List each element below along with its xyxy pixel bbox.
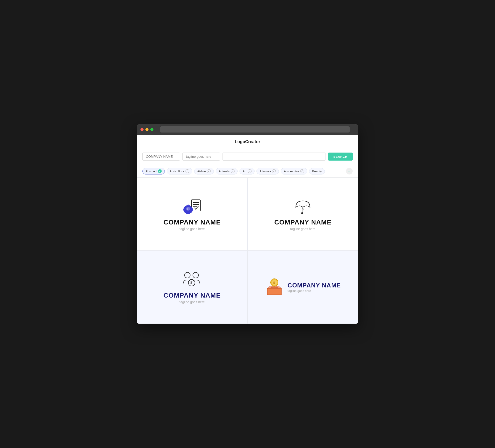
logo4-wrapper: $ COMPANY NAME tagline goes here (265, 278, 341, 297)
app-content: LogoCreator SEARCH Abstract ✓ Agricultur… (137, 135, 358, 324)
filter-label: Agriculture (170, 169, 184, 173)
svg-text:$: $ (302, 208, 303, 211)
filter-label: Art (243, 169, 247, 173)
logo-card-2[interactable]: $ COMPANY NAME tagline goes here (248, 178, 358, 251)
logo-icon-1: $ (181, 197, 203, 216)
svg-point-10 (193, 272, 198, 278)
filter-chip-airline[interactable]: Airline ✓ (194, 168, 214, 174)
check-icon-outline: ✓ (231, 169, 234, 173)
logo4-text: COMPANY NAME tagline goes here (288, 282, 341, 293)
svg-text:$: $ (187, 208, 188, 210)
logo-icon-2: $ (292, 197, 314, 216)
logo-card-3[interactable]: $ COMPANY NAME tagline goes here (137, 251, 248, 324)
filter-chip-agriculture[interactable]: Agriculture ✓ (167, 168, 192, 174)
filter-bar: Abstract ✓ Agriculture ✓ Airline ✓ Anima… (137, 165, 358, 178)
titlebar (137, 124, 358, 135)
logo-icon-3: $ (180, 270, 204, 289)
check-icon-outline: ✓ (207, 169, 211, 173)
logo-card-4[interactable]: $ COMPANY NAME tagline goes here (248, 251, 358, 324)
company-name-input[interactable] (142, 153, 180, 161)
filter-chip-art[interactable]: Art ✓ (239, 168, 255, 174)
svg-point-9 (185, 272, 190, 278)
company-name-3: COMPANY NAME (164, 292, 221, 299)
filter-chip-beauty[interactable]: Beauty (309, 168, 325, 174)
tagline-3: tagline goes here (179, 300, 205, 304)
search-button[interactable]: SEARCH (328, 153, 353, 161)
filter-chip-attorney[interactable]: Attorney ✓ (256, 168, 279, 174)
filter-label: Attorney (260, 169, 271, 173)
search-bar: SEARCH (137, 148, 358, 165)
logo-grid: $ COMPANY NAME tagline goes here $ COMPA… (137, 178, 358, 324)
check-icon-outline: ✓ (186, 169, 189, 173)
svg-text:$: $ (191, 281, 192, 285)
check-icon-outline: ✓ (248, 169, 251, 173)
filter-label: Animals (219, 169, 230, 173)
check-icon-outline: ✓ (272, 169, 276, 173)
check-icon-active: ✓ (158, 169, 162, 173)
filter-label: Automotive (284, 169, 299, 173)
tagline-1: tagline goes here (179, 227, 205, 231)
svg-text:$: $ (273, 281, 275, 284)
filter-chip-animals[interactable]: Animals ✓ (216, 168, 238, 174)
minimize-button[interactable] (145, 128, 149, 131)
tagline-2: tagline goes here (290, 227, 315, 231)
company-name-4: COMPANY NAME (288, 282, 341, 289)
check-icon-outline: ✓ (300, 169, 304, 173)
filter-chip-abstract[interactable]: Abstract ✓ (142, 168, 165, 174)
filter-label: Beauty (312, 169, 321, 173)
url-bar[interactable] (160, 126, 350, 133)
close-button[interactable] (140, 128, 144, 131)
company-name-1: COMPANY NAME (164, 219, 221, 226)
company-name-2: COMPANY NAME (274, 219, 332, 226)
logo-card-1[interactable]: $ COMPANY NAME tagline goes here (137, 178, 248, 251)
filter-label: Airline (197, 169, 206, 173)
keyword-input[interactable] (222, 153, 326, 161)
logo-icon-4: $ (265, 278, 284, 297)
app-title: LogoCreator (137, 139, 358, 144)
app-window: LogoCreator SEARCH Abstract ✓ Agricultur… (137, 124, 358, 324)
filter-label: Abstract (145, 169, 157, 173)
app-header: LogoCreator (137, 135, 358, 148)
filter-chip-automotive[interactable]: Automotive ✓ (281, 168, 307, 174)
filter-next-button[interactable]: → (346, 168, 353, 174)
tagline-4: tagline goes here (288, 289, 341, 293)
maximize-button[interactable] (150, 128, 153, 131)
tagline-input[interactable] (182, 153, 220, 161)
